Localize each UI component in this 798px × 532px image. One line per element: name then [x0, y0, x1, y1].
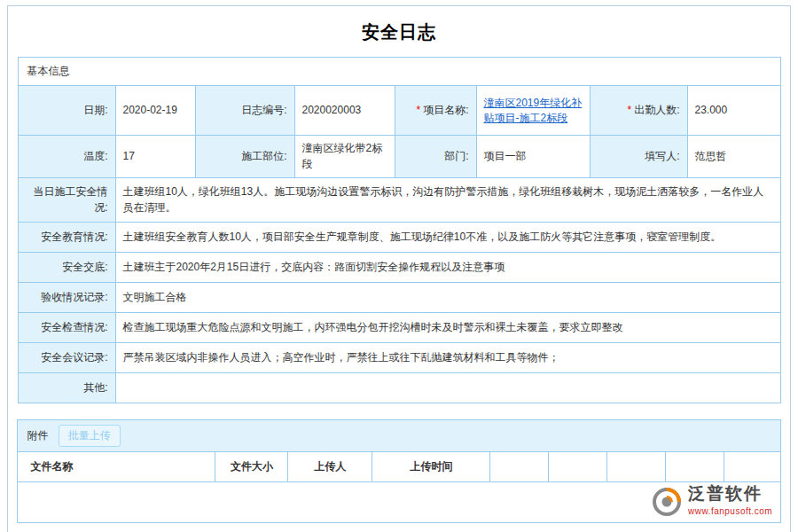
field-value-work-location: 潼南区绿化带2标段: [294, 136, 395, 178]
brand-website: www.fanpusoft.com: [688, 506, 772, 516]
column-header-empty: [666, 452, 724, 482]
field-value-safety-meeting: 严禁吊装区域内非操作人员进入；高空作业时，严禁往上或往下乱抛建筑材料和工具等物件…: [115, 343, 780, 373]
column-header-empty: [549, 452, 607, 482]
field-label-log-number: 日志编号:: [195, 86, 294, 136]
field-label-temperature: 温度:: [18, 136, 115, 178]
attachments-label: 附件: [27, 429, 48, 442]
field-label-date: 日期:: [18, 86, 115, 136]
column-header-empty: [490, 452, 549, 482]
table-row: 当日施工安全情况: 土建班组10人，绿化班组13人。施工现场沟边设置警示标识，沟…: [18, 178, 780, 223]
column-header-empty: [607, 452, 666, 482]
column-header-empty: [724, 452, 780, 482]
field-label-safety-inspection: 安全检查情况:: [18, 313, 115, 343]
footer-brand: 泛普软件 www.fanpusoft.com: [651, 484, 791, 518]
field-value-acceptance-record: 文明施工合格: [115, 283, 780, 313]
field-value-daily-safety: 土建班组10人，绿化班组13人。施工现场沟边设置警示标识，沟边有防护警示措施，绿…: [115, 178, 780, 223]
column-header-file-name: 文件名称: [18, 452, 215, 482]
field-value-date: 2020-02-19: [115, 86, 195, 136]
field-label-daily-safety: 当日施工安全情况:: [18, 178, 115, 223]
section-header-basic-info: 基本信息: [18, 58, 780, 86]
column-header-upload-time: 上传时间: [372, 452, 490, 482]
table-row: 安全会议记录: 严禁吊装区域内非操作人员进入；高空作业时，严禁往上或往下乱抛建筑…: [18, 343, 780, 373]
field-label-attendance: *出勤人数:: [590, 86, 687, 136]
batch-upload-button[interactable]: 批量上传: [59, 425, 121, 447]
field-label-safety-briefing: 安全交底:: [18, 253, 115, 283]
field-value-department: 项目一部: [476, 136, 590, 178]
required-mark: *: [416, 104, 420, 116]
attachments-column-header-row: 文件名称 文件大小 上传人 上传时间: [18, 452, 780, 482]
field-value-safety-inspection: 检查施工现场重大危险点源和文明施工，内环强电分包开挖沟槽时未及时警示和裸土未覆盖…: [115, 313, 780, 343]
field-value-temperature: 17: [115, 136, 195, 178]
table-row: 安全检查情况: 检查施工现场重大危险点源和文明施工，内环强电分包开挖沟槽时未及时…: [18, 313, 780, 343]
table-row: 温度: 17 施工部位: 潼南区绿化带2标段 部门: 项目一部 填写人: 范思哲: [18, 136, 780, 178]
column-header-file-size: 文件大小: [215, 452, 288, 482]
table-row: 其他:: [18, 373, 780, 403]
field-value-other: [115, 373, 780, 403]
field-label-work-location: 施工部位:: [195, 136, 294, 178]
field-value-project-name: 潼南区2019年绿化补贴项目-施工2标段: [476, 86, 590, 136]
field-label-acceptance-record: 验收情况记录:: [18, 283, 115, 313]
page-frame: 安全日志 基本信息 日期: 2020-02-19 日志编号: 202002000…: [7, 5, 791, 532]
column-header-uploader: 上传人: [288, 452, 372, 482]
field-label-safety-meeting: 安全会议记录:: [18, 343, 115, 373]
field-label-department: 部门:: [395, 136, 476, 178]
field-label-writer: 填写人:: [590, 136, 687, 178]
page-title: 安全日志: [8, 6, 790, 57]
field-label-other: 其他:: [18, 373, 115, 403]
table-row: 安全教育情况: 土建班组安全教育人数10人，项目部安全生产规章制度、施工现场纪律…: [18, 223, 780, 253]
table-row: 日期: 2020-02-19 日志编号: 2020020003 *项目名称: 潼…: [18, 86, 780, 136]
table-row: 验收情况记录: 文明施工合格: [18, 283, 780, 313]
field-value-log-number: 2020020003: [294, 86, 395, 136]
field-label-safety-education: 安全教育情况:: [18, 223, 115, 253]
attachments-header: 附件 批量上传: [18, 420, 780, 452]
field-label-project-name: *项目名称:: [395, 86, 476, 136]
project-name-link[interactable]: 潼南区2019年绿化补贴项目-施工2标段: [484, 97, 583, 124]
field-label-attendance-text: 出勤人数:: [634, 104, 679, 116]
attachments-header-row: 附件 批量上传: [18, 420, 780, 452]
required-mark: *: [627, 104, 631, 116]
field-value-writer: 范思哲: [687, 136, 780, 178]
field-value-attendance: 23.000: [687, 86, 780, 136]
field-value-safety-briefing: 土建班主于2020年2月15日进行，交底内容：路面切割安全操作规程以及注意事项: [115, 253, 780, 283]
brand-name: 泛普软件: [688, 484, 772, 505]
field-value-safety-education: 土建班组安全教育人数10人，项目部安全生产规章制度、施工现场纪律10不准，以及施…: [115, 223, 780, 253]
fanpu-logo-icon: [651, 486, 683, 518]
field-label-project-name-text: 项目名称:: [423, 104, 468, 116]
table-row: 安全交底: 土建班主于2020年2月15日进行，交底内容：路面切割安全操作规程以…: [18, 253, 780, 283]
section-header-row: 基本信息: [18, 58, 780, 86]
basic-info-table: 基本信息 日期: 2020-02-19 日志编号: 2020020003 *项目…: [18, 57, 781, 403]
